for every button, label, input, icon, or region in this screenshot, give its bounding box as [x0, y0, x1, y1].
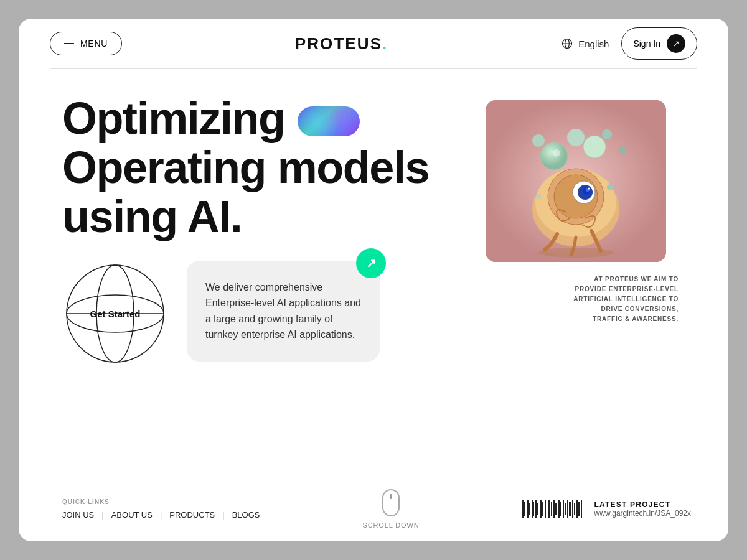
svg-point-16: [567, 129, 585, 146]
footer-nav-blogs[interactable]: BLOGS: [232, 510, 260, 520]
svg-point-19: [532, 134, 545, 147]
header-right: English Sign In ↗: [561, 27, 697, 60]
quick-links-label: QUICK LINKS: [62, 498, 260, 505]
footer-right: LATEST PROJECT www.gargintech.in/JSA_092…: [522, 500, 691, 518]
page-container: MENU PROTEUS. English Sign In ↗: [19, 19, 728, 541]
barcode: [522, 500, 582, 518]
svg-point-18: [619, 146, 626, 154]
footer-left: QUICK LINKS JOIN US ABOUT US PRODUCTS BL…: [62, 498, 260, 520]
svg-point-12: [588, 188, 590, 190]
svg-point-22: [536, 194, 541, 199]
footer-nav-about[interactable]: ABOUT US: [111, 510, 170, 520]
bottom-section: Get Started ↗ We deliver comprehensive E…: [62, 261, 691, 366]
signin-label: Sign In: [633, 39, 660, 49]
project-url: www.gargintech.in/JSA_092x: [594, 509, 691, 518]
card-arrow-button[interactable]: ↗: [356, 248, 386, 278]
svg-point-21: [607, 184, 613, 190]
logo: PROTEUS.: [295, 34, 388, 54]
project-info: LATEST PROJECT www.gargintech.in/JSA_092…: [594, 500, 691, 518]
ball-container[interactable]: Get Started: [62, 261, 168, 366]
svg-point-15: [583, 136, 606, 158]
svg-point-14: [553, 149, 560, 157]
footer-nav: JOIN US ABOUT US PRODUCTS BLOGS: [62, 510, 260, 520]
language-label: English: [578, 39, 609, 49]
footer-nav-join[interactable]: JOIN US: [62, 510, 111, 520]
globe-icon: [561, 37, 573, 50]
ai-badge: [298, 106, 360, 136]
footer-nav-products[interactable]: PRODUCTS: [169, 510, 232, 520]
scroll-mouse-icon: [382, 489, 400, 516]
header: MENU PROTEUS. English Sign In ↗: [19, 19, 728, 68]
signin-button[interactable]: Sign In ↗: [621, 27, 697, 60]
description-text: We deliver comprehensive Enterprise-leve…: [205, 282, 361, 340]
ai-image: [486, 100, 666, 262]
language-button[interactable]: English: [561, 37, 609, 50]
logo-dot: .: [382, 34, 388, 53]
main-content: Optimizing Operating models using AI.: [19, 69, 728, 479]
description-card: ↗ We deliver comprehensive Enterprise-le…: [187, 261, 380, 362]
barcode-lines: [522, 500, 582, 518]
footer: QUICK LINKS JOIN US ABOUT US PRODUCTS BL…: [19, 479, 728, 541]
svg-point-17: [602, 129, 612, 139]
scroll-mouse-dot: [390, 494, 392, 499]
svg-point-13: [540, 142, 568, 170]
scroll-down-area: SCROLL DOWN: [362, 489, 419, 529]
hamburger-icon: [64, 40, 74, 48]
hero-section: Optimizing Operating models using AI.: [62, 94, 691, 242]
svg-point-20: [538, 248, 613, 258]
menu-button[interactable]: MENU: [50, 32, 122, 55]
signin-arrow-icon: ↗: [667, 34, 685, 53]
scroll-label: SCROLL DOWN: [362, 521, 419, 529]
latest-project-label: LATEST PROJECT: [594, 500, 691, 509]
menu-label: MENU: [80, 39, 108, 49]
